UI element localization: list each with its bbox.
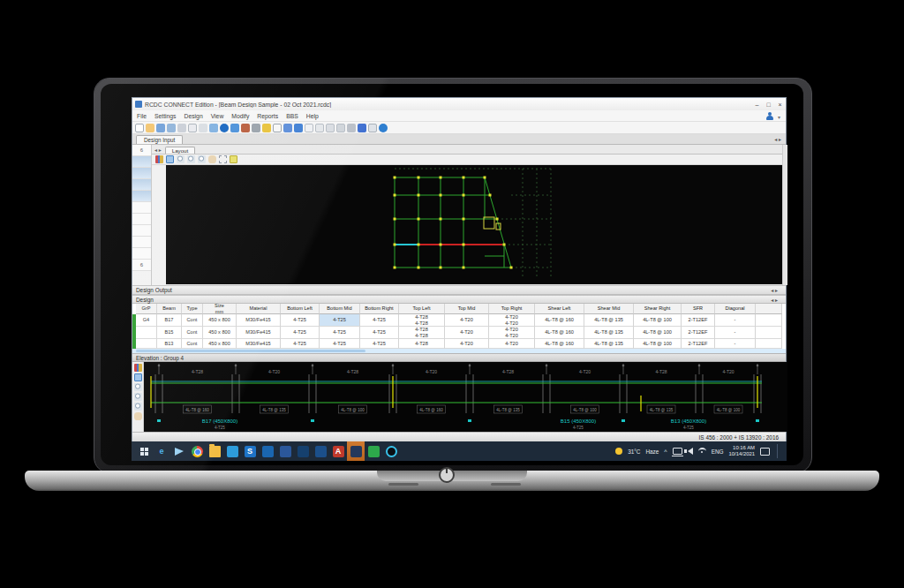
action-center-icon[interactable] — [760, 448, 770, 456]
toolbar-preview-icon[interactable] — [188, 124, 197, 132]
toolbar-filter-icon[interactable] — [358, 124, 366, 132]
pan-icon[interactable] — [134, 412, 142, 420]
taskbar-store-icon[interactable] — [223, 441, 241, 461]
menu-item-modify[interactable]: Modify — [231, 113, 249, 119]
show-desktop-button[interactable] — [777, 444, 780, 458]
toolbar-forward-icon[interactable] — [294, 124, 303, 132]
menu-item-settings[interactable]: Settings — [154, 113, 177, 119]
taskbar-edge-icon[interactable]: e — [153, 441, 170, 461]
toolbar-export-icon[interactable] — [230, 124, 239, 132]
toolbar-copy-icon[interactable] — [199, 124, 207, 132]
user-caret-icon[interactable]: ▾ — [778, 114, 780, 120]
toolbar-save-icon[interactable] — [156, 124, 165, 132]
zoom-fit-icon[interactable] — [198, 155, 206, 163]
toolbar-media-icon[interactable] — [241, 124, 250, 132]
measure-icon[interactable] — [230, 155, 237, 163]
zoom-in-icon[interactable] — [134, 383, 142, 391]
menu-item-bbs[interactable]: BBS — [286, 113, 298, 119]
beam-label[interactable]: B15 (450X800) — [561, 418, 596, 424]
chart-blue-icon[interactable] — [166, 155, 174, 163]
menu-item-view[interactable]: View — [211, 113, 224, 119]
table-row-1[interactable]: B15Cont450 x 800M30/Fe4154-T254-T254-T25… — [136, 327, 786, 339]
level-cell-10[interactable]: 6 — [132, 260, 151, 271]
maximize-button[interactable]: □ — [763, 99, 774, 110]
design-bar[interactable]: Design ◂ ▸ — [132, 295, 786, 304]
level-cell-6[interactable] — [132, 214, 151, 225]
minimize-button[interactable]: – — [751, 99, 763, 110]
hidden-icons-chevron[interactable]: ^ — [664, 449, 667, 455]
taskbar-chrome-icon[interactable] — [188, 441, 206, 461]
chart-blue-icon[interactable] — [134, 373, 142, 381]
toolbar-info-icon[interactable] — [220, 124, 229, 132]
taskbar-mail-plane-icon[interactable] — [170, 441, 188, 461]
elevation-canvas[interactable]: 4-T284L-T8 @ 1604-T204L-T8 @ 1354-T284L-… — [144, 362, 787, 432]
weather-temp[interactable]: 31°C — [628, 449, 640, 455]
taskbar-o-app-icon[interactable] — [382, 441, 400, 461]
zoom-fit-icon[interactable] — [134, 403, 142, 411]
design-output-pager[interactable]: ◂ ▸ — [771, 287, 778, 293]
taskbar-s-app-icon[interactable]: S — [241, 441, 259, 461]
taskbar-app-blue-1-icon[interactable] — [259, 441, 276, 461]
table-row-0[interactable]: G4B17Cont450 x 800M30/Fe4154-T254-T254-T… — [136, 314, 786, 327]
tab-layout[interactable]: Layout — [165, 147, 196, 154]
level-cell-3[interactable] — [132, 179, 151, 191]
level-cell-0[interactable]: 6 — [132, 145, 151, 156]
taskbar-file-explorer-icon[interactable] — [206, 441, 223, 461]
taskbar-green-app-icon[interactable] — [365, 441, 382, 461]
user-account-icon[interactable] — [765, 112, 773, 120]
toolbar-table-d-icon[interactable] — [336, 124, 345, 132]
tabstrip-pager[interactable]: ◂ ▸ — [774, 136, 781, 142]
level-cell-5[interactable] — [132, 202, 151, 214]
plan-vscrollbar[interactable] — [782, 145, 787, 285]
toolbar-save-all-icon[interactable] — [167, 124, 176, 132]
clock[interactable]: 10:16 AM 10/14/2021 — [729, 445, 755, 457]
level-cell-4[interactable] — [132, 191, 151, 202]
zoom-in-icon[interactable] — [177, 155, 185, 163]
toolbar-print-icon[interactable] — [177, 124, 186, 132]
taskbar-rcdc-active-icon[interactable] — [347, 441, 365, 461]
weather-sun-icon[interactable] — [615, 448, 622, 455]
beam-label[interactable]: B13 (450X800) — [671, 418, 706, 424]
toolbar-open-icon[interactable] — [146, 124, 154, 132]
table-row-2[interactable]: B13Cont450 x 800M30/Fe4154-T254-T254-T25… — [136, 339, 786, 349]
toolbar-table-b-icon[interactable] — [315, 124, 324, 132]
design-pager[interactable]: ◂ ▸ — [771, 297, 778, 303]
taskbar-acrobat-icon[interactable]: A — [329, 441, 347, 461]
taskbar-chart-app-icon[interactable] — [312, 441, 329, 461]
chart-icon[interactable] — [155, 155, 163, 163]
start-button-icon[interactable] — [140, 448, 144, 451]
toolbar-table-c-icon[interactable] — [326, 124, 335, 132]
toolbar-clear-icon[interactable] — [347, 124, 356, 132]
toolbar-table-a-icon[interactable] — [305, 124, 313, 132]
taskbar-app-blue-2-icon[interactable] — [276, 441, 294, 461]
chart-icon[interactable] — [134, 364, 142, 372]
level-cell-7[interactable] — [132, 225, 151, 237]
menu-item-reports[interactable]: Reports — [257, 113, 278, 119]
menu-item-design[interactable]: Design — [185, 113, 203, 119]
toolbar-edit-icon[interactable] — [283, 124, 292, 132]
weather-condition[interactable]: Haze — [645, 449, 659, 455]
language-indicator[interactable]: ENG — [712, 449, 724, 455]
select-icon[interactable] — [219, 155, 227, 163]
toolbar-lock-icon[interactable] — [262, 124, 271, 132]
beam-label[interactable]: B17 (450X800) — [202, 418, 237, 424]
level-cell-1[interactable] — [132, 156, 151, 168]
toolbar-new-icon[interactable] — [135, 124, 144, 132]
hscroll-thumb[interactable] — [136, 350, 365, 352]
zoom-out-icon[interactable] — [134, 393, 142, 401]
toolbar-run-icon[interactable] — [252, 124, 260, 132]
zoom-out-icon[interactable] — [187, 155, 195, 163]
battery-icon[interactable] — [673, 448, 682, 455]
menu-item-file[interactable]: File — [137, 113, 147, 119]
toolbar-chart-icon[interactable] — [209, 124, 218, 132]
tab-design-input[interactable]: Design Input — [136, 135, 183, 144]
toolbar-zoom-icon[interactable] — [368, 124, 377, 132]
layout-pager[interactable]: ◂ ▸ — [154, 147, 162, 153]
level-cell-9[interactable] — [132, 248, 151, 260]
menu-item-help[interactable]: Help — [306, 113, 319, 119]
elevation-title-bar[interactable]: Elevation : Group 4 — [132, 353, 786, 362]
plan-canvas[interactable] — [166, 165, 782, 284]
toolbar-grid-icon[interactable] — [273, 124, 282, 132]
taskbar-design-app-icon[interactable] — [294, 441, 312, 461]
level-cell-2[interactable] — [132, 168, 151, 179]
